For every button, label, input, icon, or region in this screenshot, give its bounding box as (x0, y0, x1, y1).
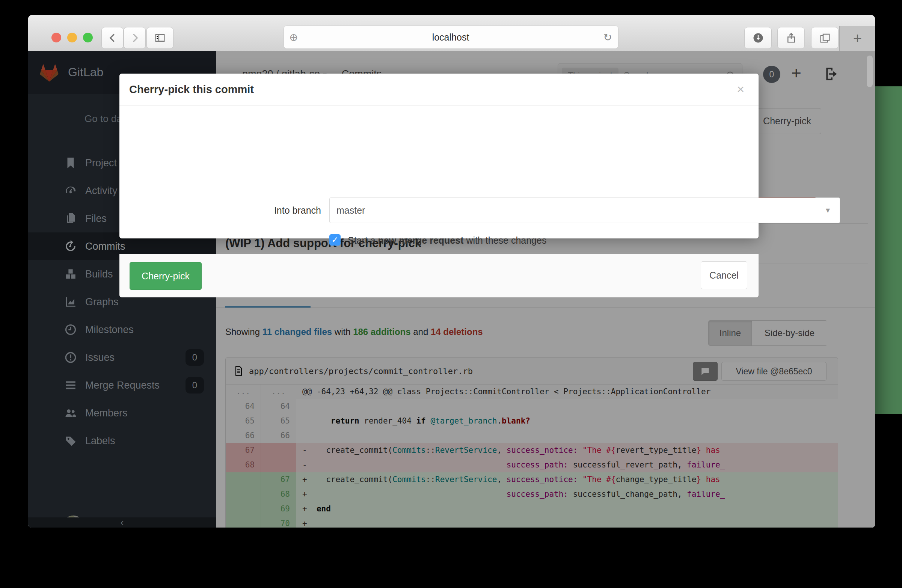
sidebar-icon (154, 32, 166, 44)
branch-select[interactable]: master ▾ (329, 197, 840, 223)
cancel-label: Cancel (709, 270, 739, 281)
download-icon (753, 32, 764, 44)
modal-header: Cherry-pick this commit × (119, 74, 758, 106)
cherry-pick-modal: Cherry-pick this commit × Into branch ma… (119, 74, 758, 238)
reload-icon[interactable]: ↻ (603, 31, 612, 44)
minimize-window-button[interactable] (67, 33, 77, 42)
checkbox-text-end: with these changes (464, 235, 547, 246)
tabs-icon (819, 32, 831, 44)
plus-icon: + (853, 30, 862, 47)
reader-plus-icon[interactable]: ⊕ (289, 31, 298, 44)
checkbox-text-bold: new merge request (378, 235, 464, 246)
chevron-left-icon (107, 32, 118, 44)
browser-window: ⊕ localhost ↻ + (28, 15, 875, 527)
branch-select-value: master (337, 205, 365, 216)
checkbox-text-start: Start a (348, 235, 378, 246)
start-merge-request-checkbox[interactable]: ✓ (329, 234, 341, 246)
zoom-window-button[interactable] (83, 33, 93, 42)
into-branch-label: Into branch (119, 205, 321, 216)
desktop-frame: ⊕ localhost ↻ + (0, 0, 902, 588)
cancel-button[interactable]: Cancel (701, 261, 747, 289)
address-bar[interactable]: ⊕ localhost ↻ (283, 25, 619, 49)
sidebar-toggle-button[interactable] (146, 27, 174, 49)
browser-toolbar: ⊕ localhost ↻ + (28, 15, 875, 51)
share-icon (786, 32, 797, 44)
back-button[interactable] (102, 27, 124, 49)
forward-button[interactable] (124, 27, 146, 49)
downloads-button[interactable] (744, 27, 772, 49)
cherry-pick-confirm-button[interactable]: Cherry-pick (130, 262, 202, 290)
close-window-button[interactable] (52, 33, 61, 42)
check-icon: ✓ (332, 235, 338, 245)
share-button[interactable] (777, 27, 805, 49)
url-text: localhost (298, 32, 603, 43)
scrollbar-thumb[interactable] (867, 56, 873, 87)
modal-footer: Cherry-pick Cancel (119, 254, 758, 297)
chevron-down-icon: ▾ (826, 205, 830, 215)
new-tab-button[interactable]: + (839, 26, 875, 51)
wallpaper-strip (875, 86, 902, 414)
show-tabs-button[interactable] (811, 27, 839, 49)
modal-title: Cherry-pick this commit (129, 83, 254, 96)
close-icon[interactable]: × (737, 82, 744, 97)
start-merge-request-label[interactable]: Start a new merge request with these cha… (348, 235, 547, 246)
chevron-right-icon (129, 32, 141, 44)
cherry-pick-confirm-label: Cherry-pick (142, 271, 189, 281)
